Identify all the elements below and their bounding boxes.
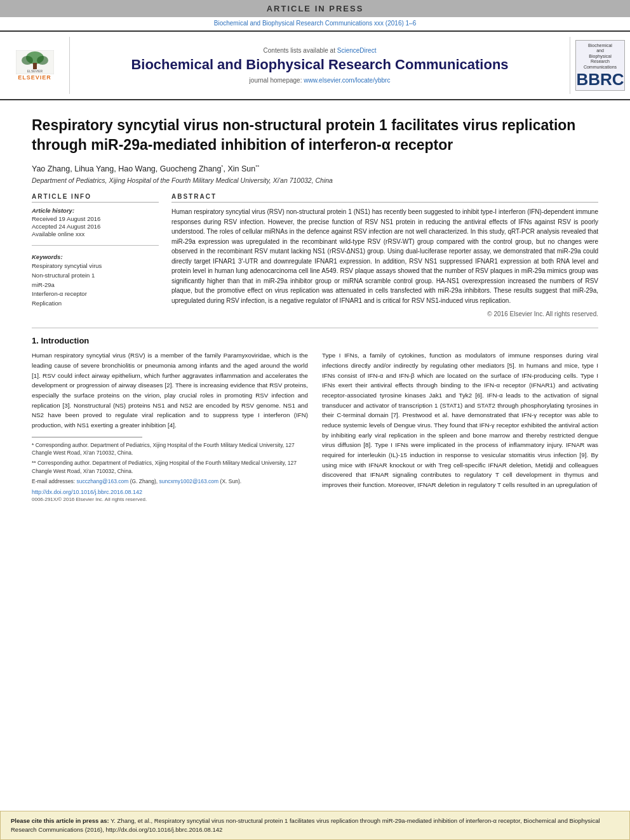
affiliation-text: Department of Pediatrics, Xijing Hospita… (32, 177, 598, 184)
copyright-text: © 2016 Elsevier Inc. All rights reserved… (171, 310, 598, 317)
footnote-divider (32, 437, 142, 437)
keyword-5: Replication (32, 299, 159, 309)
svg-point-4 (37, 56, 48, 65)
body-col-left: Human respiratory syncytial virus (RSV) … (32, 350, 308, 502)
citation-label: Please cite this article in press as: (11, 817, 109, 824)
keywords-label: Keywords: (32, 253, 159, 260)
journal-ref-line: Biochemical and Biophysical Research Com… (0, 17, 630, 30)
body-col-right: Type I IFNs, a family of cytokines, func… (322, 350, 598, 502)
svg-rect-2 (33, 63, 37, 69)
citation-bar: Please cite this article in press as: Y.… (0, 811, 630, 841)
email2-author: (X. Sun). (220, 478, 242, 484)
header-center: Contents lists available at ScienceDirec… (70, 37, 570, 94)
elsevier-tree-icon: ELSEVIER (16, 50, 54, 74)
bbrc-abbr-text: BBRC (576, 71, 624, 88)
email-label: E-mail addresses: (32, 478, 75, 484)
journal-ref-text: Biochemical and Biophysical Research Com… (214, 20, 417, 27)
keyword-2: Non-structural protein 1 (32, 271, 159, 281)
keyword-1: Respiratory syncytial virus (32, 262, 159, 271)
page: ARTICLE IN PRESS Biochemical and Biophys… (0, 0, 630, 840)
email-link-1[interactable]: succzhang@163.com (76, 478, 128, 484)
history-label: Article history: (32, 207, 159, 214)
svg-point-3 (22, 56, 33, 65)
journal-header: ELSEVIER ELSEVIER Contents lists availab… (0, 30, 630, 100)
abstract-text: Human respiratory syncytial virus (RSV) … (171, 207, 598, 305)
homepage-line: journal homepage: www.elsevier.com/locat… (250, 77, 391, 84)
body-two-col: Human respiratory syncytial virus (RSV) … (32, 350, 598, 502)
section-number: 1. (32, 336, 39, 345)
authors-line: Yao Zhang, Lihua Yang, Hao Wang, Guochen… (32, 164, 598, 173)
article-in-press-banner: ARTICLE IN PRESS (0, 0, 630, 17)
section-divider (32, 328, 598, 328)
main-content: Respiratory syncytial virus non-structur… (0, 100, 630, 811)
abstract-header: ABSTRACT (171, 193, 598, 203)
footnote-1: * Corresponding author. Department of Pe… (32, 441, 308, 458)
received-date: Received 19 August 2016 (32, 215, 159, 222)
journal-title: Biochemical and Biophysical Research Com… (131, 57, 508, 73)
email-link-2[interactable]: suncxmy1002@163.com (159, 478, 219, 484)
elsevier-text: ELSEVIER (18, 74, 51, 81)
elsevier-logo: ELSEVIER ELSEVIER (0, 37, 70, 94)
abstract-column: ABSTRACT Human respiratory syncytial vir… (171, 193, 598, 317)
authors-text: Yao Zhang, Lihua Yang, Hao Wang, Guochen… (32, 164, 259, 173)
intro-left-text: Human respiratory syncytial virus (RSV) … (32, 350, 308, 430)
bbrc-logo-box: BiochemicalandBiophysicalResearchCommuni… (575, 40, 625, 91)
introduction-title: 1. Introduction (32, 336, 598, 345)
homepage-label: journal homepage: (250, 77, 302, 84)
footnote-2: ** Corresponding author. Department of P… (32, 459, 308, 476)
sciencedirect-link[interactable]: ScienceDirect (337, 47, 377, 54)
article-info-column: ARTICLE INFO Article history: Received 1… (32, 193, 159, 317)
available-online: Available online xxx (32, 230, 159, 237)
info-divider (32, 245, 159, 246)
homepage-url[interactable]: www.elsevier.com/locate/ybbrc (304, 77, 390, 84)
section-title-text: Introduction (41, 336, 89, 345)
issn-line: 0006-291X/© 2016 Elsevier Inc. All right… (32, 497, 308, 502)
keyword-3: miR-29a (32, 281, 159, 290)
intro-right-text: Type I IFNs, a family of cytokines, func… (322, 350, 598, 490)
doi-link[interactable]: http://dx.doi.org/10.1016/j.bbrc.2016.08… (32, 489, 308, 495)
footnote-email-line: E-mail addresses: succzhang@163.com (G. … (32, 477, 308, 486)
sciencedirect-label: Contents lists available at (264, 47, 335, 54)
svg-text:ELSEVIER: ELSEVIER (27, 69, 43, 73)
email1-author: (G. Zhang), (130, 478, 158, 484)
sciencedirect-line: Contents lists available at ScienceDirec… (264, 47, 377, 54)
article-info-abstract-section: ARTICLE INFO Article history: Received 1… (32, 193, 598, 317)
bbrc-logo: BiochemicalandBiophysicalResearchCommuni… (570, 37, 630, 94)
keyword-4: Interferon-α receptor (32, 290, 159, 299)
article-info-header: ARTICLE INFO (32, 193, 159, 203)
accepted-date: Accepted 24 August 2016 (32, 223, 159, 230)
article-title: Respiratory syncytial virus non-structur… (32, 116, 598, 155)
banner-text: ARTICLE IN PRESS (267, 4, 364, 13)
keywords-list: Respiratory syncytial virus Non-structur… (32, 262, 159, 309)
